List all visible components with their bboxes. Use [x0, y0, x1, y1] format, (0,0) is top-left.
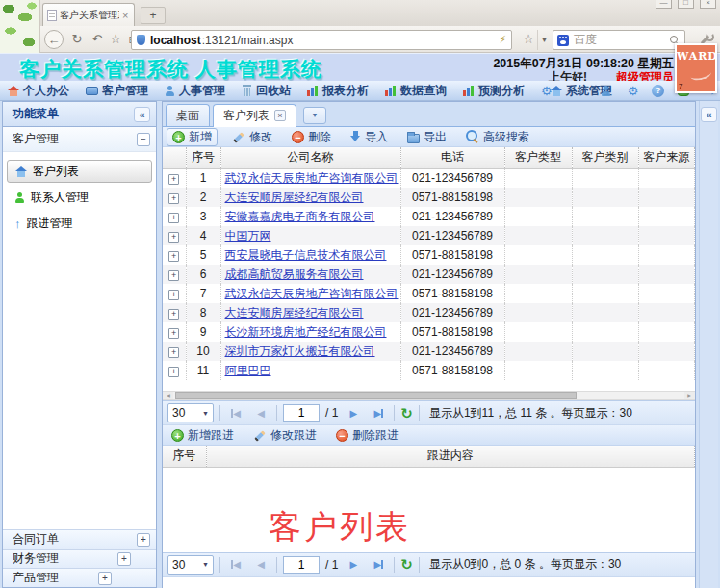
scroll-left-icon[interactable]: ◀ — [163, 392, 173, 399]
bookmark-star-icon[interactable]: ☆ — [106, 30, 125, 49]
sidebar-item-customer-list[interactable]: 客户列表 — [7, 160, 152, 183]
row-expand-icon[interactable]: + — [168, 347, 179, 358]
tab-close-icon[interactable]: × — [122, 11, 128, 20]
page-size-select[interactable]: 30 ▼ — [167, 403, 214, 422]
last-page-button[interactable]: ▶ — [369, 556, 388, 574]
page-size-select[interactable]: 30 ▼ — [167, 555, 214, 575]
maximize-button[interactable]: □ — [678, 0, 694, 9]
refresh-icon[interactable]: ↻ — [400, 406, 413, 421]
browser-tab[interactable]: 客户关系管理系统 人事管理 × — [42, 3, 135, 26]
refresh-icon[interactable]: ↻ — [400, 557, 413, 572]
company-link[interactable]: 深圳市万家灯火搬迁有限公司 — [225, 345, 375, 358]
tab-desktop[interactable]: 桌面 — [166, 104, 210, 126]
first-page-button[interactable]: ◀ — [226, 556, 245, 574]
tab-customer-list[interactable]: 客户列表 × — [213, 104, 296, 127]
company-link[interactable]: 西安晨晓电子信息技术有限公司 — [225, 248, 387, 262]
customer-row[interactable]: +6成都高航贸易服务有限公司021-123456789 — [163, 265, 695, 284]
url-bar[interactable]: localhost :13121/main.aspx ⚡ — [131, 30, 512, 50]
tab-close-icon[interactable]: × — [274, 110, 286, 121]
menu-item-customer-mgmt[interactable]: 客户管理 — [86, 83, 148, 99]
menu-item-forecast-analysis[interactable]: 预测分析 — [463, 83, 525, 99]
row-expand-icon[interactable]: + — [168, 213, 179, 223]
column-header-source[interactable]: 客户来源 — [638, 147, 695, 168]
minimize-button[interactable]: — — [656, 0, 672, 9]
row-expand-icon[interactable]: + — [168, 232, 179, 243]
panel-contract-orders[interactable]: 合同订单 + — [3, 529, 156, 549]
customer-row[interactable]: +1武汉永信天辰房地产咨询有限公司021-123456789 — [163, 168, 695, 188]
customer-row[interactable]: +9长沙新环境房地产经纪有限公司0571-88158198 — [163, 322, 695, 342]
menu-item-recycle-bin[interactable]: 回收站 — [242, 83, 291, 99]
panel-customer-mgmt[interactable]: 客户管理 − — [3, 127, 156, 152]
prev-page-button[interactable]: ◀ — [251, 556, 270, 574]
last-page-button[interactable]: ▶ — [369, 404, 388, 422]
lightning-icon[interactable]: ⚡ — [499, 34, 506, 46]
export-button[interactable]: 导出 — [402, 128, 451, 146]
add-followup-button[interactable]: + 新增跟进 — [167, 426, 239, 445]
row-expand-icon[interactable]: + — [168, 328, 179, 339]
menu-item-hr-mgmt[interactable]: 人事管理 — [165, 83, 225, 99]
company-link[interactable]: 武汉永信天辰房地产咨询有限公司 — [225, 171, 399, 185]
company-link[interactable]: 武汉永信天辰房地产咨询有限公司 — [225, 287, 399, 300]
right-collapse-icon[interactable]: « — [701, 107, 717, 122]
undo-icon[interactable]: ↶ — [88, 30, 107, 49]
panel-collapse-icon[interactable]: − — [137, 133, 150, 146]
customer-row[interactable]: +5西安晨晓电子信息技术有限公司0571-88158198 — [163, 245, 695, 265]
help-icon[interactable]: ? — [652, 85, 664, 97]
bookmark-page-star-icon[interactable]: ☆ — [520, 30, 537, 50]
menu-item-personal-office[interactable]: 个人办公 — [8, 83, 69, 99]
row-expand-icon[interactable]: + — [168, 251, 179, 262]
tab-list-dropdown-icon[interactable]: ▼ — [303, 107, 326, 124]
close-button[interactable]: × — [700, 0, 716, 9]
edit-button[interactable]: 修改 — [227, 128, 277, 146]
first-page-button[interactable]: ◀ — [226, 404, 245, 422]
panel-finance-mgmt[interactable]: 财务管理 + — [3, 549, 156, 568]
company-link[interactable]: 成都高航贸易服务有限公司 — [225, 268, 364, 281]
company-link[interactable]: 长沙新环境房地产经纪有限公司 — [225, 325, 387, 339]
customer-row[interactable]: +11阿里巴巴0571-88158198 — [163, 361, 695, 380]
import-button[interactable]: 导入 — [346, 128, 393, 146]
row-expand-icon[interactable]: + — [168, 309, 179, 320]
scrollbar-thumb[interactable] — [175, 392, 577, 399]
customer-row[interactable]: +10深圳市万家灯火搬迁有限公司021-123456789 — [163, 342, 695, 361]
company-link[interactable]: 大连安顺房屋经纪有限公司 — [225, 306, 364, 320]
company-link[interactable]: 中国万网 — [225, 229, 271, 243]
horizontal-scrollbar[interactable]: ◀ ▶ — [163, 391, 695, 400]
column-header-type[interactable]: 客户类型 — [504, 147, 572, 168]
delete-followup-button[interactable]: − 删除跟进 — [331, 426, 403, 445]
panel-expand-icon[interactable]: + — [98, 572, 112, 585]
row-expand-icon[interactable]: + — [168, 367, 179, 377]
sidebar-collapse-icon[interactable]: « — [134, 107, 150, 122]
reload-icon[interactable]: ↻ — [67, 30, 87, 49]
company-link[interactable]: 阿里巴巴 — [225, 364, 271, 377]
search-box[interactable]: 百度 — [553, 30, 685, 50]
next-page-button[interactable]: ▶ — [344, 556, 363, 574]
customer-row[interactable]: +7武汉永信天辰房地产咨询有限公司0571-88158198 — [163, 284, 695, 303]
sidebar-item-followup-mgmt[interactable]: ↑ 跟进管理 — [7, 212, 152, 235]
panel-expand-icon[interactable]: + — [137, 533, 150, 547]
delete-button[interactable]: − 删除 — [287, 128, 336, 146]
new-tab-button[interactable]: + — [141, 7, 166, 24]
customer-row[interactable]: +3安徽嘉嘉虎电子商务有限公司021-123456789 — [163, 207, 695, 226]
page-number-input[interactable] — [283, 404, 320, 422]
column-header-no[interactable]: 序号 — [163, 446, 206, 467]
column-header-phone[interactable]: 电话 — [400, 147, 504, 168]
add-button[interactable]: + 新增 — [167, 128, 218, 146]
url-dropdown-icon[interactable]: ▼ — [537, 30, 551, 50]
panel-expand-icon[interactable]: + — [117, 552, 131, 566]
company-link[interactable]: 大连安顺房屋经纪有限公司 — [225, 191, 364, 204]
back-icon[interactable]: ← — [44, 30, 64, 49]
row-expand-icon[interactable]: + — [168, 174, 179, 185]
panel-product-mgmt[interactable]: 产品管理 + — [3, 568, 156, 587]
column-header-company[interactable]: 公司名称 — [220, 147, 400, 168]
row-expand-icon[interactable]: + — [168, 270, 179, 281]
company-link[interactable]: 安徽嘉嘉虎电子商务有限公司 — [225, 210, 375, 223]
edit-followup-button[interactable]: 修改跟进 — [248, 426, 321, 445]
next-page-button[interactable]: ▶ — [344, 404, 363, 422]
customer-row[interactable]: +8大连安顺房屋经纪有限公司021-123456789 — [163, 303, 695, 322]
advanced-search-button[interactable]: 高级搜索 — [461, 128, 534, 146]
page-number-input[interactable] — [283, 556, 320, 574]
settings-gear-icon[interactable]: ⚙ — [628, 85, 639, 97]
prev-page-button[interactable]: ◀ — [251, 404, 270, 422]
column-header-no[interactable]: 序号 — [186, 147, 220, 168]
sidebar-item-contact-mgmt[interactable]: 联系人管理 — [7, 186, 152, 209]
